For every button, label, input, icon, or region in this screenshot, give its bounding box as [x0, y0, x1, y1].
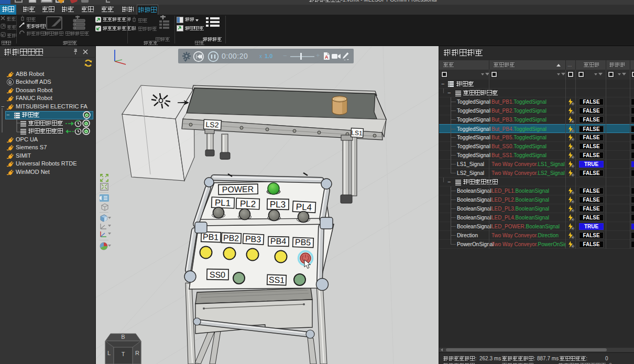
svg-text:PB4: PB4 — [270, 237, 287, 246]
svg-text:PB3: PB3 — [245, 234, 261, 244]
svg-text:A: A — [325, 54, 329, 60]
svg-text:PB5: PB5 — [295, 237, 311, 247]
svg-text:LS2: LS2 — [205, 120, 219, 129]
svg-text:PB2: PB2 — [223, 233, 239, 242]
svg-text:PL4: PL4 — [296, 202, 312, 213]
svg-text:PL2: PL2 — [240, 198, 256, 209]
svg-text:B: B — [121, 334, 125, 340]
svg-text:SS0: SS0 — [210, 270, 226, 280]
svg-text:SS1: SS1 — [269, 275, 285, 284]
svg-text:PL1: PL1 — [215, 197, 231, 208]
svg-text:T: T — [122, 351, 125, 357]
svg-text:PB1: PB1 — [203, 232, 219, 241]
svg-text:POWER: POWER — [222, 184, 254, 194]
svg-text:LS1: LS1 — [351, 129, 363, 137]
svg-text:PL3: PL3 — [270, 200, 286, 210]
svg-text:L: L — [107, 350, 111, 356]
svg-text:R: R — [135, 350, 139, 356]
